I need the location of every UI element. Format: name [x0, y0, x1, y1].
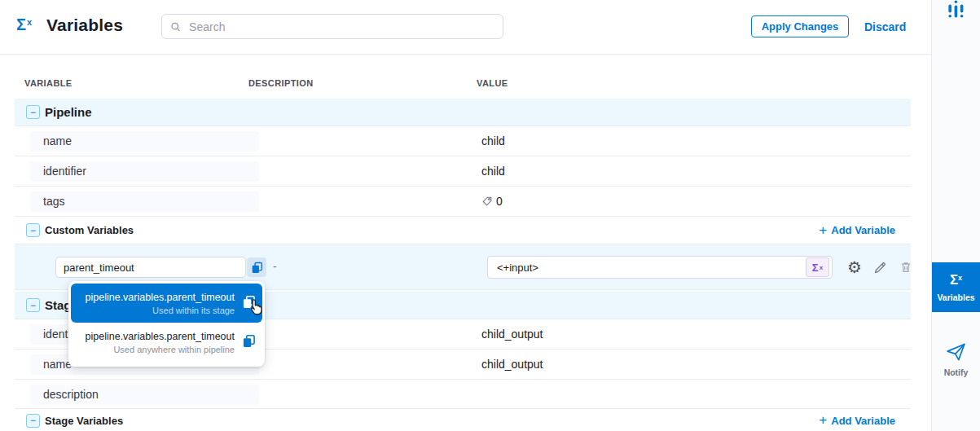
- collapse-icon[interactable]: −: [26, 298, 40, 312]
- variable-value: child_output: [481, 358, 543, 371]
- paper-plane-icon: [945, 342, 967, 362]
- variable-label: identifier: [43, 165, 86, 178]
- variable-label: description: [43, 388, 99, 401]
- value-input[interactable]: <+input> Σx: [487, 256, 833, 279]
- reference-path: pipeline.variables.parent_timeout: [86, 331, 235, 342]
- search-icon: [170, 21, 181, 33]
- variable-reference-dropdown: pipeline.variables.parent_timeout Used w…: [68, 281, 265, 367]
- dropdown-item-stage-scope[interactable]: pipeline.variables.parent_timeout Used w…: [71, 284, 262, 323]
- value-text: <+input>: [488, 262, 538, 274]
- discard-button[interactable]: Discard: [864, 20, 906, 33]
- column-variable: VARIABLE: [24, 78, 73, 88]
- variable-label: tags: [43, 195, 64, 208]
- copy-icon[interactable]: [242, 295, 256, 312]
- variable-value: child_output: [481, 328, 543, 341]
- add-variable-label: Add Variable: [831, 415, 895, 427]
- reference-scope: Used anywhere within pipeline: [86, 345, 235, 354]
- section-title: Stage Variables: [45, 415, 123, 427]
- page-title: Variables: [46, 15, 123, 35]
- table-row: tags 0: [15, 187, 911, 217]
- collapse-icon[interactable]: −: [26, 105, 40, 119]
- variable-name-input[interactable]: [55, 257, 246, 278]
- section-custom-variables: − Custom Variables + Add Variable: [15, 217, 911, 244]
- sigma-icon: Σx: [16, 16, 32, 33]
- section-title: Pipeline: [45, 105, 92, 119]
- copy-icon[interactable]: [242, 334, 256, 351]
- sidebar-item-label: Variables: [937, 292, 974, 302]
- table-row: identifier child: [15, 156, 911, 187]
- sigma-icon: Σx: [950, 273, 962, 287]
- dropdown-item-pipeline-scope[interactable]: pipeline.variables.parent_timeout Used a…: [71, 323, 262, 362]
- plus-icon: +: [819, 223, 827, 237]
- add-variable-button[interactable]: + Add Variable: [814, 223, 900, 238]
- row-actions: ⚙: [847, 257, 912, 277]
- right-sidebar: Σx Variables Notify: [931, 0, 980, 431]
- apply-changes-button[interactable]: Apply Changes: [751, 15, 849, 37]
- header-divider: [0, 54, 931, 55]
- table-row: name child: [15, 126, 911, 156]
- column-value: VALUE: [477, 78, 508, 88]
- tag-icon: [481, 196, 493, 207]
- add-variable-label: Add Variable: [831, 224, 895, 236]
- section-pipeline: − Pipeline: [15, 99, 911, 126]
- plus-icon: +: [819, 413, 827, 427]
- search-box[interactable]: [161, 14, 503, 39]
- reference-path: pipeline.variables.parent_timeout: [86, 292, 235, 303]
- variable-label: name: [43, 358, 72, 371]
- description-value: -: [273, 260, 277, 273]
- search-input[interactable]: [187, 20, 494, 34]
- tags-value: 0: [481, 195, 503, 208]
- sidebar-item-label: Notify: [944, 367, 969, 377]
- delete-trash-icon[interactable]: [899, 261, 912, 274]
- variable-value: child: [481, 134, 505, 147]
- flow-control-icon: [947, 0, 965, 20]
- sidebar-item-flow-control[interactable]: [932, 0, 980, 20]
- variable-label: name: [43, 134, 72, 147]
- collapse-icon[interactable]: −: [26, 223, 40, 237]
- copy-icon[interactable]: [247, 257, 266, 277]
- sidebar-item-variables[interactable]: Σx Variables: [932, 262, 980, 312]
- settings-gear-icon[interactable]: ⚙: [847, 259, 862, 275]
- collapse-icon[interactable]: −: [26, 414, 40, 428]
- variable-value: child: [481, 165, 505, 178]
- variables-panel: Σx Variables Apply Changes Discard VARIA…: [0, 0, 980, 431]
- table-column-headers: VARIABLE DESCRIPTION VALUE: [15, 72, 911, 95]
- column-description: DESCRIPTION: [248, 78, 314, 88]
- table-row: description: [15, 380, 911, 409]
- reference-scope: Used within its stage: [86, 306, 235, 315]
- section-stage-variables: − Stage Variables + Add Variable: [15, 409, 911, 431]
- sidebar-item-notify[interactable]: Notify: [932, 342, 980, 377]
- tag-count: 0: [496, 195, 503, 208]
- section-title: Custom Variables: [45, 224, 134, 236]
- expression-sigma-icon[interactable]: Σx: [806, 257, 829, 277]
- add-variable-button[interactable]: + Add Variable: [814, 413, 900, 428]
- edit-pencil-icon[interactable]: [873, 261, 887, 275]
